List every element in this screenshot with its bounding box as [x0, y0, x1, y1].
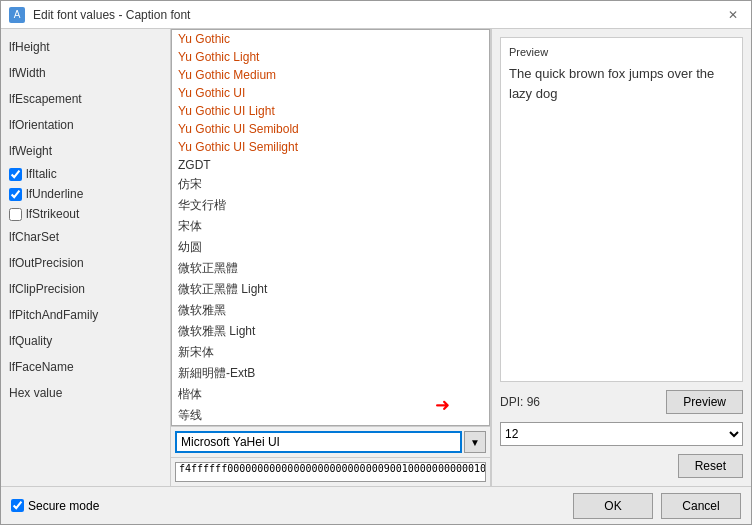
list-item[interactable]: 微软正黑體 [172, 258, 489, 279]
field-lfcharset: lfCharSet [9, 227, 162, 247]
lfescapement-label: lfEscapement [9, 92, 82, 106]
lfquality-label: lfQuality [9, 334, 52, 348]
field-lfoutprecision: lfOutPrecision [9, 253, 162, 273]
lfweight-label: lfWeight [9, 144, 52, 158]
list-item[interactable]: 新宋体 [172, 342, 489, 363]
font-dropdown-area: Yu Gothic Yu Gothic Light Yu Gothic Medi… [171, 29, 491, 486]
lfunderline-label: lfUnderline [26, 187, 83, 201]
hexvalue-label: Hex value [9, 386, 62, 400]
list-item[interactable]: Yu Gothic UI Semibold [172, 120, 489, 138]
lfpitchandfamily-label: lfPitchAndFamily [9, 308, 98, 322]
font-input-row: ▼ [171, 426, 490, 457]
reset-button[interactable]: Reset [678, 454, 743, 478]
field-lfstrikeout: lfStrikeout [9, 207, 162, 221]
preview-label: Preview [509, 46, 734, 58]
ok-cancel-row: OK Cancel [573, 493, 741, 519]
list-item[interactable]: Yu Gothic UI Semilight [172, 138, 489, 156]
lfcharset-label: lfCharSet [9, 230, 59, 244]
secure-mode-checkbox[interactable] [11, 499, 24, 512]
field-lffacename: lfFaceName [9, 357, 162, 377]
lfheight-label: lfHeight [9, 40, 50, 54]
bottom-bar: Secure mode OK Cancel [1, 486, 751, 524]
main-window: A Edit font values - Caption font ✕ lfHe… [0, 0, 752, 525]
ok-button[interactable]: OK [573, 493, 653, 519]
app-icon: A [9, 7, 25, 23]
title-bar-left: A Edit font values - Caption font [9, 7, 190, 23]
lfunderline-checkbox[interactable] [9, 188, 22, 201]
field-lfwidth: lfWidth [9, 63, 162, 83]
field-lfunderline: lfUnderline [9, 187, 162, 201]
list-item[interactable]: Yu Gothic Light [172, 48, 489, 66]
font-dropdown-button[interactable]: ▼ [464, 431, 486, 453]
window-controls: ✕ [723, 5, 743, 25]
lfoutprecision-label: lfOutPrecision [9, 256, 84, 270]
list-item[interactable]: 仿宋 [172, 174, 489, 195]
list-item[interactable]: Yu Gothic [172, 30, 489, 48]
font-face-input[interactable] [175, 431, 462, 453]
dpi-row: DPI: 96 Preview [500, 390, 743, 414]
lfitalic-label: lfItalic [26, 167, 57, 181]
close-button[interactable]: ✕ [723, 5, 743, 25]
icon-letter: A [14, 9, 21, 20]
list-item[interactable]: 宋体 [172, 216, 489, 237]
middle-panel: Yu Gothic Yu Gothic Light Yu Gothic Medi… [171, 29, 491, 486]
lffacename-label: lfFaceName [9, 360, 74, 374]
preview-box: Preview The quick brown fox jumps over t… [500, 37, 743, 382]
field-hexvalue: Hex value [9, 383, 162, 403]
list-item[interactable]: ZGDT [172, 156, 489, 174]
arrow-indicator: ➜ [435, 394, 450, 416]
list-item[interactable]: 微软正黑體 Light [172, 279, 489, 300]
field-lfheight: lfHeight [9, 37, 162, 57]
font-list[interactable]: Yu Gothic Yu Gothic Light Yu Gothic Medi… [171, 29, 490, 426]
list-item[interactable]: Yu Gothic UI Light [172, 102, 489, 120]
preview-button[interactable]: Preview [666, 390, 743, 414]
field-lfitalic: lfItalic [9, 167, 162, 181]
main-content: lfHeight lfWidth lfEscapement lfOrientat… [1, 29, 751, 486]
font-size-container: 8 9 10 11 12 14 16 18 20 24 [500, 422, 743, 446]
dpi-label: DPI: 96 [500, 395, 540, 409]
lfitalic-checkbox[interactable] [9, 168, 22, 181]
list-item[interactable]: 华文行楷 [172, 195, 489, 216]
lforientation-label: lfOrientation [9, 118, 74, 132]
hex-value-row: f4ffffff00000000000000000000000000900100… [171, 457, 490, 486]
field-lfclipprecision: lfClipPrecision [9, 279, 162, 299]
cancel-button[interactable]: Cancel [661, 493, 741, 519]
field-lforientation: lfOrientation [9, 115, 162, 135]
lfwidth-label: lfWidth [9, 66, 46, 80]
lfclipprecision-label: lfClipPrecision [9, 282, 85, 296]
list-item[interactable]: Yu Gothic Medium [172, 66, 489, 84]
list-item[interactable]: 微软雅黑 Light [172, 321, 489, 342]
secure-mode-label: Secure mode [28, 499, 99, 513]
preview-text: The quick brown fox jumps over the lazy … [509, 64, 734, 103]
list-item[interactable]: Yu Gothic UI [172, 84, 489, 102]
list-item[interactable]: 微软雅黑 [172, 300, 489, 321]
secure-mode-row: Secure mode [11, 499, 99, 513]
reset-row: Reset [500, 454, 743, 478]
hex-value-display: f4ffffff00000000000000000000000000900100… [175, 462, 486, 482]
field-lfquality: lfQuality [9, 331, 162, 351]
left-panel: lfHeight lfWidth lfEscapement lfOrientat… [1, 29, 171, 486]
right-panel: Preview The quick brown fox jumps over t… [491, 29, 751, 486]
window-title: Edit font values - Caption font [33, 8, 190, 22]
font-size-select[interactable]: 8 9 10 11 12 14 16 18 20 24 [500, 422, 743, 446]
title-bar: A Edit font values - Caption font ✕ [1, 1, 751, 29]
lfstrikeout-checkbox[interactable] [9, 208, 22, 221]
field-lfescapement: lfEscapement [9, 89, 162, 109]
field-lfweight: lfWeight [9, 141, 162, 161]
list-item[interactable]: 新細明體-ExtB [172, 363, 489, 384]
lfstrikeout-label: lfStrikeout [26, 207, 79, 221]
list-item[interactable]: 幼圆 [172, 237, 489, 258]
field-lfpitchandfamily: lfPitchAndFamily [9, 305, 162, 325]
